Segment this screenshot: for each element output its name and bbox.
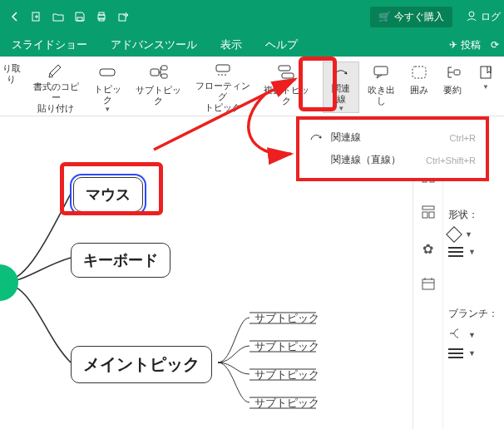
login-label: ログ bbox=[481, 10, 501, 24]
shape-selector[interactable]: ▼ bbox=[448, 229, 499, 240]
ribbon-callout[interactable]: 吹き出し bbox=[359, 62, 403, 113]
svg-rect-17 bbox=[481, 67, 491, 78]
floating-topic-icon bbox=[211, 62, 235, 79]
post-button[interactable]: ✈ 投稿 ⟳ bbox=[449, 38, 499, 52]
ribbon-format-painter[interactable]: 書式のコピー貼り付け bbox=[27, 62, 86, 113]
subtopic-label[interactable]: サブトピック bbox=[254, 339, 319, 354]
ribbon-topic[interactable]: トピック ▼ bbox=[86, 62, 129, 113]
annotation-highlight-node bbox=[60, 162, 163, 215]
user-icon bbox=[466, 10, 477, 24]
post-label: 投稿 bbox=[461, 38, 481, 52]
new-file-icon[interactable] bbox=[27, 7, 47, 27]
buy-label: 今すぐ購入 bbox=[394, 10, 444, 24]
chevron-down-icon: ▼ bbox=[468, 331, 476, 339]
shape-section-label: 形状： bbox=[448, 208, 499, 222]
ribbon-summary[interactable]: 要約 bbox=[436, 62, 469, 113]
login-button[interactable]: ログ bbox=[466, 10, 501, 24]
clover-icon[interactable]: ✿ bbox=[422, 241, 433, 257]
subtopic-icon bbox=[147, 62, 170, 83]
subtopic-label[interactable]: サブトピック bbox=[254, 396, 319, 411]
subtopic-label[interactable]: サブトピック bbox=[254, 311, 319, 326]
svg-rect-13 bbox=[282, 73, 294, 78]
ribbon-toolbar: り取り 書式のコピー貼り付け トピック ▼ サブトピック フローティングトピック… bbox=[0, 57, 504, 116]
svg-point-6 bbox=[469, 12, 474, 17]
back-icon[interactable] bbox=[5, 7, 25, 27]
cart-icon: 🛒 bbox=[378, 11, 391, 22]
subtopic-label[interactable]: サブトピック bbox=[254, 367, 319, 382]
svg-rect-14 bbox=[374, 67, 388, 75]
chevron-down-icon: ▼ bbox=[338, 105, 344, 112]
bookmark-icon bbox=[474, 62, 497, 83]
branch-icon bbox=[448, 328, 463, 342]
svg-rect-10 bbox=[161, 74, 167, 78]
chevron-down-icon: ▼ bbox=[104, 106, 111, 113]
dropdown-item-relationship-straight[interactable]: 関連線（直線） Ctrl+Shift+R bbox=[299, 149, 486, 171]
dropdown-label: 関連線（直線） bbox=[331, 153, 401, 167]
titlebar-quick-actions bbox=[0, 7, 370, 27]
branch-line-selector[interactable]: ▼ bbox=[448, 348, 499, 358]
menu-view[interactable]: 表示 bbox=[209, 37, 254, 52]
svg-rect-11 bbox=[216, 65, 230, 72]
menu-advanced-tools[interactable]: アドバンスツール bbox=[99, 37, 209, 52]
save-icon[interactable] bbox=[70, 7, 90, 27]
dropdown-label: 関連線 bbox=[331, 131, 361, 145]
svg-rect-7 bbox=[100, 69, 115, 76]
chevron-down-icon: ▼ bbox=[468, 248, 476, 256]
paintbrush-icon bbox=[44, 62, 67, 80]
boundary-icon bbox=[408, 62, 431, 83]
central-topic-node[interactable] bbox=[0, 264, 18, 301]
menu-help[interactable]: ヘルプ bbox=[254, 37, 309, 52]
chevron-down-icon: ▼ bbox=[465, 230, 472, 239]
svg-rect-34 bbox=[422, 279, 434, 289]
window-titlebar: 🛒 今すぐ購入 ログ bbox=[0, 0, 504, 33]
chevron-down-icon: ▼ bbox=[468, 349, 476, 358]
annotation-highlight-ribbon bbox=[299, 57, 337, 111]
ribbon-more[interactable]: ▼ bbox=[469, 62, 504, 113]
chevron-down-icon: ▼ bbox=[482, 83, 489, 91]
dropdown-item-relationship[interactable]: 関連線 Ctrl+R bbox=[299, 126, 486, 149]
svg-rect-31 bbox=[422, 206, 434, 210]
layout-icon[interactable] bbox=[422, 205, 435, 221]
refresh-icon[interactable]: ⟳ bbox=[491, 39, 499, 51]
branch-shape-selector[interactable]: ▼ bbox=[448, 328, 499, 342]
summary-icon bbox=[441, 62, 464, 83]
callout-icon bbox=[369, 62, 393, 83]
ribbon-cut[interactable]: り取り bbox=[0, 62, 27, 113]
line-style-selector[interactable]: ▼ bbox=[448, 247, 499, 257]
branch-section-label: ブランチ： bbox=[448, 307, 499, 321]
svg-rect-12 bbox=[279, 66, 290, 71]
svg-rect-32 bbox=[422, 212, 427, 218]
folder-icon[interactable] bbox=[48, 7, 68, 27]
svg-rect-9 bbox=[161, 66, 167, 70]
menubar: スライドショー アドバンスツール 表示 ヘルプ ✈ 投稿 ⟳ bbox=[0, 33, 504, 57]
shortcut-label: Ctrl+R bbox=[450, 133, 476, 143]
buy-now-button[interactable]: 🛒 今すぐ購入 bbox=[370, 7, 452, 27]
svg-rect-33 bbox=[429, 212, 434, 218]
print-icon[interactable] bbox=[91, 7, 111, 27]
send-icon: ✈ bbox=[449, 39, 457, 51]
export-icon[interactable] bbox=[113, 7, 133, 27]
svg-rect-15 bbox=[413, 67, 426, 78]
svg-rect-8 bbox=[151, 69, 159, 76]
ribbon-boundary[interactable]: 囲み bbox=[403, 62, 436, 113]
calendar-icon[interactable] bbox=[422, 277, 435, 293]
node-main-topic[interactable]: メイントピック bbox=[71, 346, 212, 383]
ribbon-floating-topic[interactable]: フローティングトピック bbox=[189, 62, 257, 113]
topic-icon bbox=[96, 62, 119, 82]
main-area: 関連線 Ctrl+R 関連線（直線） Ctrl+Shift+R bbox=[0, 116, 504, 429]
ribbon-subtopic[interactable]: サブトピック bbox=[129, 62, 189, 113]
svg-rect-1 bbox=[77, 17, 82, 21]
shortcut-label: Ctrl+Shift+R bbox=[426, 155, 476, 165]
node-keyboard[interactable]: キーボード bbox=[71, 243, 170, 278]
menu-slideshow[interactable]: スライドショー bbox=[0, 37, 99, 52]
svg-rect-16 bbox=[454, 70, 460, 75]
svg-rect-3 bbox=[99, 12, 104, 15]
multi-topic-icon bbox=[274, 62, 298, 83]
relationship-dropdown: 関連線 Ctrl+R 関連線（直線） Ctrl+Shift+R bbox=[296, 116, 489, 181]
relationship-icon bbox=[309, 131, 326, 145]
